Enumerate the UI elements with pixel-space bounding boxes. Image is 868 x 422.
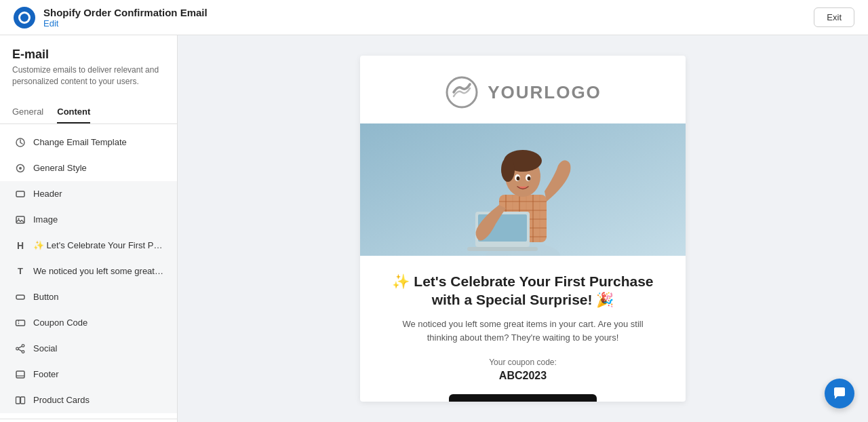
- menu-label-change-email-template: Change Email Template: [33, 137, 127, 147]
- svg-point-5: [18, 218, 20, 219]
- coupon-code-value: ABC2023: [360, 370, 686, 382]
- sidebar: E-mail Customize emails to deliver relev…: [0, 35, 178, 422]
- menu-label-button: Button: [33, 292, 59, 302]
- email-body-text: We noticed you left some great items in …: [360, 318, 686, 358]
- menu-label-social: Social: [33, 343, 57, 353]
- svg-rect-7: [16, 320, 25, 326]
- footer-icon: [14, 368, 26, 381]
- sidebar-item-button[interactable]: Button: [0, 284, 177, 310]
- tab-content[interactable]: Content: [57, 101, 90, 123]
- sidebar-menu: Change Email Template General Style: [0, 124, 177, 419]
- svg-rect-6: [16, 295, 24, 299]
- topbar-info: Shopify Order Confirmation Email Edit: [43, 7, 208, 28]
- sidebar-item-product-cards[interactable]: Product Cards: [0, 387, 177, 413]
- email-preview: YOURLOGO: [360, 56, 686, 402]
- sidebar-item-text[interactable]: T We noticed you left some great items i…: [0, 258, 177, 284]
- svg-point-40: [517, 176, 520, 180]
- share-icon: [14, 343, 26, 355]
- svg-rect-14: [16, 371, 24, 378]
- svg-line-12: [18, 346, 22, 348]
- sidebar-tabs: General Content: [0, 101, 177, 124]
- menu-label-product-cards: Product Cards: [33, 395, 90, 405]
- edit-link[interactable]: Edit: [43, 18, 208, 28]
- sidebar-item-social[interactable]: Social: [0, 336, 177, 362]
- sidebar-item-footer[interactable]: Footer: [0, 362, 177, 387]
- logo-svg-icon: [444, 75, 479, 110]
- topbar-left: Shopify Order Confirmation Email Edit: [14, 7, 208, 28]
- svg-point-10: [22, 350, 24, 353]
- sidebar-item-heading[interactable]: H ✨ Let's Celebrate Your First Purchasew…: [0, 233, 177, 258]
- svg-line-13: [18, 349, 22, 351]
- preview-area: YOURLOGO: [178, 35, 868, 422]
- cta-button-wrap: Click Here To See: [360, 394, 686, 402]
- image-icon: [14, 214, 26, 226]
- sync-icon: [14, 136, 26, 149]
- coupon-icon: [14, 317, 26, 329]
- email-heading: ✨ Let's Celebrate Your First Purchase wi…: [360, 256, 686, 318]
- svg-point-37: [501, 157, 515, 182]
- svg-point-2: [19, 167, 22, 170]
- sidebar-header: E-mail Customize emails to deliver relev…: [0, 35, 177, 93]
- sidebar-desc: Customize emails to deliver relevant and…: [12, 64, 165, 88]
- email-logo-area: YOURLOGO: [360, 56, 686, 123]
- svg-rect-16: [16, 397, 20, 404]
- palette-icon: [14, 162, 26, 174]
- menu-label-coupon-code: Coupon Code: [33, 318, 87, 328]
- sidebar-item-header[interactable]: Header: [0, 181, 177, 207]
- cta-button[interactable]: Click Here To See: [449, 394, 597, 402]
- sidebar-footer: Back Enable Email Automation: [0, 419, 177, 422]
- email-hero-image: [360, 123, 686, 256]
- menu-label-header: Header: [33, 189, 62, 199]
- svg-rect-44: [467, 247, 538, 251]
- menu-label-footer: Footer: [33, 369, 59, 379]
- sidebar-item-image[interactable]: Image: [0, 207, 177, 233]
- app-icon: [14, 7, 35, 28]
- text-icon: T: [14, 265, 26, 277]
- heading-icon: H: [14, 239, 26, 252]
- coupon-label: Your coupon code:: [360, 358, 686, 367]
- button-icon: [14, 291, 26, 303]
- svg-point-9: [22, 344, 24, 347]
- topbar: Shopify Order Confirmation Email Edit Ex…: [0, 0, 868, 35]
- menu-label-image: Image: [33, 214, 58, 225]
- logo-text: YOURLOGO: [488, 82, 601, 103]
- svg-rect-3: [16, 191, 24, 197]
- cards-icon: [14, 394, 26, 406]
- rectangle-icon: [14, 188, 26, 200]
- main-layout: E-mail Customize emails to deliver relev…: [0, 35, 868, 422]
- sidebar-title: E-mail: [12, 47, 165, 62]
- menu-label-text: We noticed you left some great items in …: [33, 266, 165, 276]
- sidebar-item-coupon-code[interactable]: Coupon Code: [0, 310, 177, 336]
- app-icon-inner: [18, 12, 31, 24]
- menu-label-heading: ✨ Let's Celebrate Your First Purchasewit…: [33, 240, 165, 250]
- chat-icon: [832, 386, 847, 401]
- exit-button[interactable]: Exit: [814, 7, 854, 27]
- svg-point-11: [16, 347, 19, 350]
- svg-point-41: [528, 176, 531, 180]
- svg-rect-17: [21, 397, 25, 404]
- hero-illustration: [360, 123, 686, 256]
- menu-label-general-style: General Style: [33, 163, 87, 173]
- app-title: Shopify Order Confirmation Email: [43, 7, 208, 18]
- tab-general[interactable]: General: [12, 101, 43, 123]
- sidebar-item-change-email-template[interactable]: Change Email Template: [0, 130, 177, 155]
- sidebar-item-general-style[interactable]: General Style: [0, 155, 177, 181]
- chat-bubble[interactable]: [825, 379, 854, 408]
